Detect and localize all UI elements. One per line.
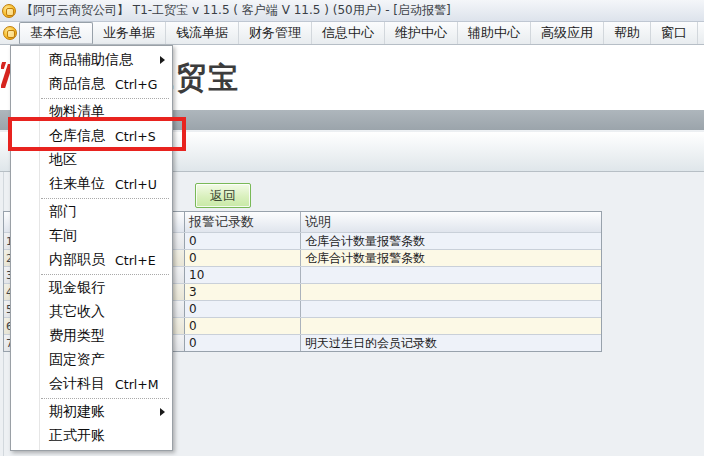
menu-item-label: 商品信息 — [49, 75, 105, 93]
menu-separator — [41, 274, 169, 275]
submenu-arrow-icon — [160, 408, 165, 416]
menubar-item-3[interactable]: 财务管理 — [239, 22, 312, 44]
menubar-item-6[interactable]: 辅助中心 — [458, 22, 531, 44]
titlebar: 【阿可云商贸公司】 T1-工贸宝 v 11.5 ( 客户端 V 11.5 ) (… — [0, 0, 704, 22]
menu-item-shortcut: Ctrl+S — [115, 129, 156, 144]
menubar-item-0[interactable]: 基本信息 — [19, 22, 93, 44]
back-button[interactable]: 返回 — [195, 183, 251, 208]
menubar: 基本信息业务单据钱流单据财务管理信息中心维护中心辅助中心高级应用帮助窗口 — [0, 22, 704, 45]
cell-alarm-count: 10 — [185, 267, 301, 283]
cell-description — [301, 284, 601, 300]
menu-item-label: 费用类型 — [49, 327, 105, 345]
menu-item-label: 仓库信息 — [49, 127, 105, 145]
cell-description: 仓库合计数量报警条数 — [301, 250, 601, 266]
menu-item-14[interactable]: 费用类型 — [11, 324, 172, 348]
menu-item-19[interactable]: 正式开账 — [11, 424, 172, 448]
cell-alarm-count: 0 — [185, 318, 301, 334]
menu-separator — [41, 398, 169, 399]
cell-alarm-count: 0 — [185, 250, 301, 266]
menubar-item-4[interactable]: 信息中心 — [312, 22, 385, 44]
menu-item-label: 会计科目 — [49, 375, 105, 393]
menu-item-label: 部门 — [49, 203, 77, 221]
menu-item-label: 车间 — [49, 227, 77, 245]
menu-item-shortcut: Ctrl+M — [115, 377, 159, 392]
menu-item-shortcut: Ctrl+E — [115, 253, 156, 268]
menu-item-1[interactable]: 商品信息Ctrl+G — [11, 72, 172, 96]
menu-item-5[interactable]: 地区 — [11, 148, 172, 172]
menu-item-12[interactable]: 现金银行 — [11, 276, 172, 300]
mdi-child-coin-icon[interactable] — [3, 26, 17, 40]
menu-item-label: 地区 — [49, 151, 77, 169]
mdi-child-icon-wrap — [1, 22, 19, 44]
menu-separator — [41, 98, 169, 99]
menu-separator — [41, 198, 169, 199]
menu-item-label: 期初建账 — [49, 403, 105, 421]
menu-item-3[interactable]: 物料清单 — [11, 100, 172, 124]
submenu-arrow-icon — [160, 56, 165, 64]
menubar-item-5[interactable]: 维护中心 — [385, 22, 458, 44]
cell-description — [301, 318, 601, 334]
menubar-item-9[interactable]: 窗口 — [651, 22, 698, 44]
window-title: 【阿可云商贸公司】 T1-工贸宝 v 11.5 ( 客户端 V 11.5 ) (… — [21, 2, 451, 19]
cell-alarm-count: 0 — [185, 301, 301, 317]
menu-item-8[interactable]: 部门 — [11, 200, 172, 224]
cell-description: 仓库合计数量报警条数 — [301, 233, 601, 249]
menu-item-label: 物料清单 — [49, 103, 105, 121]
app-coin-icon — [2, 4, 16, 18]
menu-item-13[interactable]: 其它收入 — [11, 300, 172, 324]
dropdown-menu-items: 商品辅助信息商品信息Ctrl+G物料清单仓库信息Ctrl+S地区往来单位Ctrl… — [11, 48, 172, 448]
menubar-item-8[interactable]: 帮助 — [604, 22, 651, 44]
cell-description — [301, 301, 601, 317]
menu-item-label: 固定资产 — [49, 351, 105, 369]
column-header-desc[interactable]: 说明 — [301, 212, 601, 232]
menu-item-16[interactable]: 会计科目Ctrl+M — [11, 372, 172, 396]
menu-item-shortcut: Ctrl+G — [115, 77, 157, 92]
menu-item-label: 内部职员 — [49, 251, 105, 269]
menu-item-label: 其它收入 — [49, 303, 105, 321]
menu-item-label: 往来单位 — [49, 175, 105, 193]
menubar-item-2[interactable]: 钱流单据 — [166, 22, 239, 44]
menu-item-shortcut: Ctrl+U — [115, 177, 157, 192]
menu-item-18[interactable]: 期初建账 — [11, 400, 172, 424]
cell-description — [301, 267, 601, 283]
menu-item-4[interactable]: 仓库信息Ctrl+S — [11, 124, 172, 148]
menu-item-label: 正式开账 — [49, 427, 105, 445]
menu-item-label: 商品辅助信息 — [49, 51, 133, 69]
menubar-items: 基本信息业务单据钱流单据财务管理信息中心维护中心辅助中心高级应用帮助窗口 — [19, 22, 698, 44]
column-header-count[interactable]: 报警记录数 — [185, 212, 301, 232]
menubar-item-1[interactable]: 业务单据 — [93, 22, 166, 44]
menubar-item-7[interactable]: 高级应用 — [531, 22, 604, 44]
menu-item-6[interactable]: 往来单位Ctrl+U — [11, 172, 172, 196]
cell-alarm-count: 0 — [185, 233, 301, 249]
menu-item-label: 现金银行 — [49, 279, 105, 297]
app-window: 【阿可云商贸公司】 T1-工贸宝 v 11.5 ( 客户端 V 11.5 ) (… — [0, 0, 704, 456]
cell-alarm-count: 3 — [185, 284, 301, 300]
dropdown-menu-basic-info: 商品辅助信息商品信息Ctrl+G物料清单仓库信息Ctrl+S地区往来单位Ctrl… — [10, 45, 173, 451]
menu-item-10[interactable]: 内部职员Ctrl+E — [11, 248, 172, 272]
menu-item-15[interactable]: 固定资产 — [11, 348, 172, 372]
cell-alarm-count: 0 — [185, 335, 301, 351]
menu-item-0[interactable]: 商品辅助信息 — [11, 48, 172, 72]
menu-item-9[interactable]: 车间 — [11, 224, 172, 248]
cell-description: 明天过生日的会员记录数 — [301, 335, 601, 351]
